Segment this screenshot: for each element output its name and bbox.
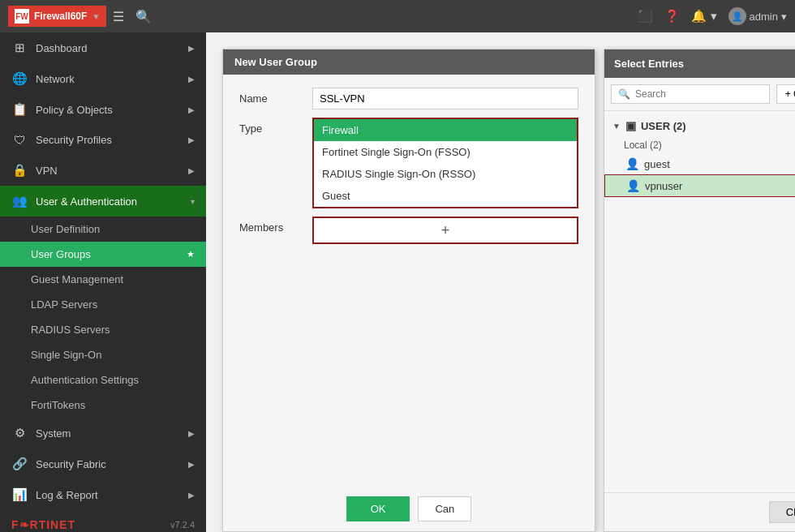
sidebar-sub-radius[interactable]: RADIUS Servers xyxy=(0,317,206,342)
sidebar-sub-user-definition[interactable]: User Definition xyxy=(0,217,206,242)
admin-menu[interactable]: 👤 admin ▾ xyxy=(728,7,787,25)
new-user-group-panel: New User Group Name Type Firewall xyxy=(222,49,595,532)
members-add-button[interactable]: + xyxy=(312,217,578,244)
version-text: v7.2.4 xyxy=(170,520,195,530)
bell-icon[interactable]: 🔔 ▾ xyxy=(691,9,716,24)
brand-button[interactable]: FW Firewall60F ▼ xyxy=(8,6,106,27)
admin-chevron: ▾ xyxy=(781,11,787,23)
user-auth-icon: 👥 xyxy=(11,194,28,208)
chevron-icon: ▶ xyxy=(188,75,195,84)
modal-container: New User Group Name Type Firewall xyxy=(206,32,795,532)
sidebar-item-user-auth[interactable]: 👥 User & Authentication ▾ xyxy=(0,186,206,217)
sidebar-sub-fortitokens[interactable]: FortiTokens xyxy=(0,393,206,418)
sidebar-sub-label: User Definition xyxy=(31,223,100,235)
ok-button[interactable]: OK xyxy=(346,496,410,521)
sidebar-item-label: Dashboard xyxy=(36,42,180,54)
type-dropdown[interactable]: Firewall Fortinet Single Sign-On (FSSO) … xyxy=(312,118,578,208)
system-icon: ⚙ xyxy=(11,426,28,440)
close-button[interactable]: Close xyxy=(769,501,795,523)
policy-icon: 📋 xyxy=(11,102,28,117)
panel-header: New User Group xyxy=(223,49,595,75)
chevron-icon: ▶ xyxy=(188,166,195,175)
sidebar-item-label: Security Profiles xyxy=(36,134,180,146)
tree-item-label: guest xyxy=(644,158,670,170)
type-row: Type Firewall Fortinet Single Sign-On (F… xyxy=(239,118,578,208)
top-bar: FW Firewall60F ▼ ☰ 🔍 ⬛ ❓ 🔔 ▾ 👤 admin ▾ xyxy=(0,0,795,32)
name-input[interactable] xyxy=(312,88,578,109)
sidebar-sub-label: User Groups xyxy=(31,248,91,260)
sidebar-item-policy[interactable]: 📋 Policy & Objects ▶ xyxy=(0,94,206,125)
chevron-icon: ▶ xyxy=(188,491,195,500)
sidebar-sub-label: FortiTokens xyxy=(31,399,85,411)
tree-group-user: ▼ ▣ USER (2) xyxy=(604,116,795,135)
se-footer: Close xyxy=(604,492,795,531)
sidebar-item-label: System xyxy=(36,427,180,440)
top-bar-left: FW Firewall60F ▼ ☰ 🔍 xyxy=(8,6,152,27)
chevron-icon: ▾ xyxy=(191,197,195,206)
type-option-firewall[interactable]: Firewall xyxy=(314,119,577,141)
group-icon: ▣ xyxy=(625,119,636,132)
chevron-icon: ▶ xyxy=(188,105,195,114)
log-report-icon: 📊 xyxy=(11,487,28,502)
sidebar: ⊞ Dashboard ▶ 🌐 Network ▶ 📋 Policy & Obj… xyxy=(0,32,206,532)
sidebar-item-security-profiles[interactable]: 🛡 Security Profiles ▶ xyxy=(0,125,206,155)
sidebar-item-vpn[interactable]: 🔒 VPN ▶ xyxy=(0,155,206,186)
avatar: 👤 xyxy=(728,7,746,25)
sidebar-item-label: Log & Report xyxy=(36,489,180,501)
sidebar-item-label: Network xyxy=(36,73,180,85)
sidebar-item-security-fabric[interactable]: 🔗 Security Fabric ▶ xyxy=(0,448,206,479)
sidebar-sub-sso[interactable]: Single Sign-On xyxy=(0,342,206,367)
brand-label: Firewall60F xyxy=(34,11,87,22)
content-area: New User Group Name Type Firewall xyxy=(206,32,795,532)
group-label: USER (2) xyxy=(641,120,686,132)
search-icon[interactable]: 🔍 xyxy=(135,9,152,24)
hamburger-icon[interactable]: ☰ xyxy=(113,9,124,24)
brand-icon: FW xyxy=(15,9,29,24)
members-plus-icon: + xyxy=(441,222,450,239)
cancel-button[interactable]: Can xyxy=(418,496,471,521)
panel-title: New User Group xyxy=(234,56,317,68)
star-icon: ★ xyxy=(187,249,195,260)
name-row: Name xyxy=(239,88,578,109)
type-option-fsso[interactable]: Fortinet Single Sign-On (FSSO) xyxy=(314,141,577,163)
sidebar-item-system[interactable]: ⚙ System ▶ xyxy=(0,418,206,448)
type-option-rsso[interactable]: RADIUS Single Sign-On (RSSO) xyxy=(314,163,577,185)
type-option-guest[interactable]: Guest xyxy=(314,185,577,207)
sidebar-sub-label: Single Sign-On xyxy=(31,349,101,361)
tree-item-label: vpnuser xyxy=(645,180,682,192)
sidebar-sub-label: Authentication Settings xyxy=(31,374,139,386)
sidebar-sub-ldap[interactable]: LDAP Servers xyxy=(0,292,206,317)
tree-item-guest[interactable]: 👤 guest xyxy=(604,153,795,174)
collapse-icon[interactable]: ▼ xyxy=(612,122,621,131)
sidebar-item-label: VPN xyxy=(36,165,180,177)
sidebar-item-network[interactable]: 🌐 Network ▶ xyxy=(0,63,206,94)
sidebar-item-label: Policy & Objects xyxy=(36,104,180,116)
search-icon: 🔍 xyxy=(618,88,630,100)
chevron-icon: ▶ xyxy=(188,44,195,53)
sidebar-sub-label: LDAP Servers xyxy=(31,298,97,311)
vpn-icon: 🔒 xyxy=(11,163,28,178)
sidebar-item-label: User & Authentication xyxy=(36,195,183,208)
sidebar-sub-guest-management[interactable]: Guest Management xyxy=(0,267,206,292)
sidebar-item-dashboard[interactable]: ⊞ Dashboard ▶ xyxy=(0,32,206,63)
main-layout: ⊞ Dashboard ▶ 🌐 Network ▶ 📋 Policy & Obj… xyxy=(0,32,795,532)
help-icon[interactable]: ❓ xyxy=(664,9,680,24)
create-button[interactable]: + Create xyxy=(776,84,795,104)
sidebar-sub-user-groups[interactable]: User Groups ★ xyxy=(0,242,206,267)
panel-body: Name Type Firewall Fortinet Single Sign-… xyxy=(223,75,595,487)
sidebar-sub-label: Guest Management xyxy=(31,273,123,285)
members-row: Members + xyxy=(239,217,578,244)
terminal-icon[interactable]: ⬛ xyxy=(638,9,653,24)
tree-item-vpnuser[interactable]: 👤 vpnuser ✏ xyxy=(604,174,795,197)
se-toolbar: 🔍 + Create xyxy=(604,78,795,111)
logo-text: F❧RTINET xyxy=(11,518,75,531)
se-search-box: 🔍 xyxy=(611,84,770,104)
name-label: Name xyxy=(239,88,304,105)
panel-footer: OK Can xyxy=(223,487,595,531)
sidebar-item-log-report[interactable]: 📊 Log & Report ▶ xyxy=(0,479,206,510)
sidebar-item-label: Security Fabric xyxy=(36,458,180,470)
tree-sub-label: Local (2) xyxy=(604,137,795,153)
chevron-icon: ▶ xyxy=(188,460,195,469)
search-input[interactable] xyxy=(635,88,763,100)
sidebar-sub-auth-settings[interactable]: Authentication Settings xyxy=(0,367,206,393)
